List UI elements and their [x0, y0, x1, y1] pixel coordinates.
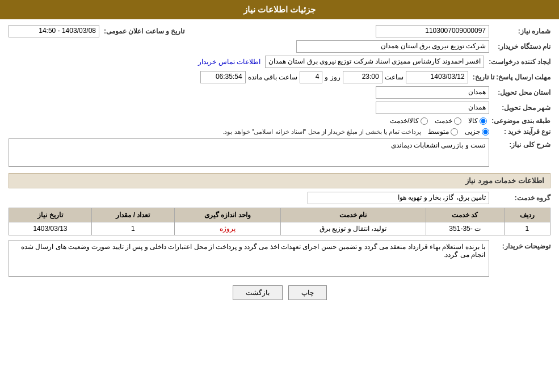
- cell-row_num: 1: [504, 222, 550, 235]
- delivery-province-value: همدان: [376, 86, 489, 99]
- back-button[interactable]: بازگشت: [233, 285, 283, 300]
- response-days-label: روز و: [325, 73, 340, 81]
- need-number-value: 1103007009000097: [376, 25, 489, 37]
- category-khedmat-radio[interactable]: [454, 117, 461, 125]
- announce-date-value: 1403/03/08 - 14:50: [9, 25, 99, 37]
- response-days-value: 4: [300, 71, 322, 83]
- delivery-province-label: استان محل تحویل:: [494, 88, 550, 96]
- cell-quantity: 1: [91, 222, 174, 235]
- category-khedmat-label: خدمت: [435, 117, 452, 125]
- buyer-notes-textarea[interactable]: با برنده استعلام بهاء قرارداد منعقد می گ…: [9, 240, 489, 277]
- category-kala-khedmat-item: کالا/خدمت: [390, 117, 428, 125]
- cell-date: 1403/03/13: [9, 222, 92, 235]
- print-button[interactable]: چاپ: [288, 285, 327, 300]
- button-bar: چاپ بازگشت: [9, 285, 550, 300]
- response-remaining-value: 06:35:54: [200, 71, 246, 83]
- main-content: شماره نیاز: 1103007009000097 تاریخ و ساع…: [0, 19, 559, 310]
- purchase-type-row: نوع فرآیند خرید : متوسط جزیی پرداخت تمام…: [9, 128, 550, 136]
- services-section-header: اطلاعات خدمات مورد نیاز: [9, 173, 550, 188]
- category-kala-radio[interactable]: [480, 117, 487, 125]
- need-number-label: شماره نیاز:: [494, 27, 550, 35]
- cell-unit: پروژه: [174, 222, 280, 235]
- creator-row: ایجاد کننده درخواست: افسر احمدوند کارشنا…: [9, 56, 550, 68]
- purchase-note: پرداخت تمام یا بخشی از مبلغ خریدار از مح…: [222, 128, 421, 136]
- buyer-notes-label: توضیحات خریدار:: [494, 242, 550, 250]
- purchase-jozvi-radio[interactable]: [482, 128, 489, 136]
- delivery-province-row: استان محل تحویل: همدان: [9, 86, 550, 99]
- creator-label: ایجاد کننده درخواست:: [489, 58, 550, 66]
- category-kala-item: کالا: [468, 117, 487, 125]
- category-kala-khedmat-radio[interactable]: [421, 117, 428, 125]
- buyer-org-row: نام دستگاه خریدار: شرکت توزیع نیروی برق …: [9, 40, 550, 53]
- purchase-motavaset-item: متوسط: [428, 128, 458, 136]
- purchase-type-radio-group: متوسط جزیی: [428, 128, 489, 136]
- purchase-motavaset-label: متوسط: [428, 128, 449, 136]
- delivery-city-label: شهر محل تحویل:: [494, 104, 550, 112]
- category-khedmat-item: خدمت: [435, 117, 461, 125]
- delivery-city-value: همدان: [376, 102, 489, 114]
- response-date-value: 1403/03/12: [406, 71, 468, 83]
- col-service-name: نام خدمت: [280, 208, 426, 222]
- page-title: جزئیات اطلاعات نیاز: [243, 5, 316, 14]
- category-row: طبقه بندی موضوعی: کالا/خدمت خدمت کالا: [9, 117, 550, 125]
- category-kala-label: کالا: [468, 117, 478, 125]
- services-table: ردیف کد خدمت نام خدمت واحد اندازه گیری ت…: [9, 208, 550, 235]
- response-time-value: 23:00: [343, 71, 383, 83]
- response-time-label: ساعت: [385, 73, 404, 81]
- cell-service_code: ت -35-351: [426, 222, 504, 235]
- need-description-label: شرح کلی نیاز:: [494, 141, 550, 149]
- response-deadline-label: مهلت ارسال پاسخ: تا تاریخ:: [473, 73, 550, 81]
- buyer-notes-row: توضیحات خریدار: با برنده استعلام بهاء قر…: [9, 240, 550, 279]
- buyer-org-value: شرکت توزیع نیروی برق استان همدان: [296, 40, 489, 53]
- col-unit: واحد اندازه گیری: [174, 208, 280, 222]
- category-radio-group: کالا/خدمت خدمت کالا: [390, 117, 487, 125]
- col-service-code: کد خدمت: [426, 208, 504, 222]
- table-row: 1ت -35-351تولید، انتقال و توزیع برقپروژه…: [9, 222, 550, 235]
- col-date: تاریخ نیاز: [9, 208, 92, 222]
- need-description-textarea[interactable]: تست و بازرسی انشعابات دیماندی: [9, 138, 489, 167]
- purchase-motavaset-radio[interactable]: [451, 128, 458, 136]
- need-number-row: شماره نیاز: 1103007009000097 تاریخ و ساع…: [9, 25, 550, 37]
- buyer-org-label: نام دستگاه خریدار:: [494, 43, 550, 50]
- col-quantity: تعداد / مقدار: [91, 208, 174, 222]
- need-description-row: شرح کلی نیاز: تست و بازرسی انشعابات دیما…: [9, 138, 550, 168]
- cell-service_name: تولید، انتقال و توزیع برق: [280, 222, 426, 235]
- page-container: جزئیات اطلاعات نیاز شماره نیاز: 11030070…: [0, 0, 559, 392]
- announce-date-label: تاریخ و ساعت اعلان عمومی:: [104, 27, 184, 35]
- creator-contact-link[interactable]: اطلاعات تماس خریدار: [198, 58, 260, 66]
- page-header: جزئیات اطلاعات نیاز: [0, 0, 559, 19]
- service-group-label: گروه خدمت:: [494, 194, 550, 202]
- purchase-jozvi-label: جزیی: [465, 128, 480, 136]
- delivery-city-row: شهر محل تحویل: همدان: [9, 102, 550, 114]
- creator-value: افسر احمدوند کارشناس ممیزی اسناد شرکت تو…: [265, 56, 484, 68]
- service-group-row: گروه خدمت: تامین برق، گاز، بخار و تهویه …: [9, 192, 550, 204]
- category-kala-khedmat-label: کالا/خدمت: [390, 117, 419, 125]
- col-row-num: ردیف: [504, 208, 550, 222]
- response-remaining-label: ساعت باقی مانده: [248, 73, 298, 81]
- purchase-type-label: نوع فرآیند خرید :: [494, 128, 550, 136]
- response-deadline-row: مهلت ارسال پاسخ: تا تاریخ: 1403/03/12 سا…: [9, 71, 550, 83]
- purchase-jozvi-item: جزیی: [465, 128, 489, 136]
- service-group-value: تامین برق، گاز، بخار و تهویه هوا: [308, 192, 489, 204]
- category-label: طبقه بندی موضوعی:: [491, 117, 550, 125]
